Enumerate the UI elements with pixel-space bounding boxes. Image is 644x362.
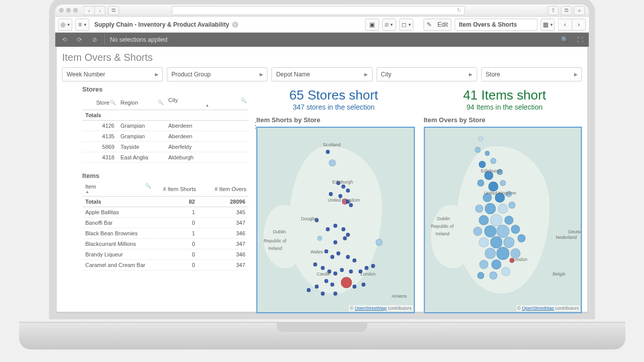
map-point[interactable]: [329, 159, 336, 166]
map-point[interactable]: [484, 171, 493, 180]
col-item[interactable]: Item: [86, 184, 96, 190]
kpi-stores-short[interactable]: 65 Stores short 347 stores in the select…: [259, 87, 410, 111]
sheets-button[interactable]: ▦▾: [541, 19, 555, 31]
map-point[interactable]: [489, 182, 499, 192]
map-point[interactable]: [313, 262, 317, 266]
map-point[interactable]: [349, 269, 353, 274]
new-tab-button[interactable]: +: [574, 6, 585, 15]
map-point[interactable]: [510, 258, 515, 263]
table-row[interactable]: Caramel and Cream Bar0347: [83, 260, 249, 270]
map-point[interactable]: [501, 267, 510, 276]
map-point[interactable]: [484, 225, 496, 237]
col-store[interactable]: Store: [96, 100, 109, 106]
map-point[interactable]: [504, 237, 515, 248]
edit-button[interactable]: ✎ Edit: [423, 19, 451, 31]
map-point[interactable]: [496, 225, 509, 238]
map-point[interactable]: [490, 272, 498, 280]
map-point[interactable]: [473, 227, 482, 236]
filter-product-group[interactable]: Product Group▶: [167, 67, 268, 81]
map-point[interactable]: [337, 181, 341, 185]
map-point[interactable]: [500, 180, 506, 186]
back-button[interactable]: ‹: [84, 6, 95, 15]
map-point[interactable]: [505, 216, 514, 225]
map-point[interactable]: [491, 158, 497, 164]
map-point[interactable]: [341, 185, 345, 189]
map-point[interactable]: [477, 272, 485, 279]
col-overs[interactable]: # Item Overs: [215, 186, 247, 192]
search-icon[interactable]: 🔍: [240, 98, 247, 103]
map-point[interactable]: [485, 151, 490, 156]
map-point[interactable]: [358, 269, 362, 274]
items-table[interactable]: Item▲🔍 # Item Shorts # Item Overs Totals…: [83, 182, 249, 270]
map-point[interactable]: [307, 288, 311, 292]
map-point[interactable]: [479, 237, 489, 247]
address-bar[interactable]: ↻: [172, 6, 465, 15]
map-point[interactable]: [496, 247, 509, 260]
search-icon[interactable]: 🔍: [110, 100, 116, 105]
map-point[interactable]: [314, 218, 318, 222]
map-point[interactable]: [479, 260, 489, 269]
map-point[interactable]: [492, 259, 502, 269]
map-point[interactable]: [334, 240, 338, 244]
map-point[interactable]: [352, 258, 356, 262]
map-point[interactable]: [510, 248, 520, 258]
map-point[interactable]: [317, 236, 323, 241]
col-shorts[interactable]: # Item Shorts: [163, 186, 196, 192]
map-point[interactable]: [337, 251, 341, 255]
table-row[interactable]: Apple Ballitas1345: [83, 207, 249, 218]
map-point[interactable]: [321, 292, 325, 296]
map-point[interactable]: [334, 292, 338, 296]
minimize-dot[interactable]: [66, 8, 71, 13]
filter-week-number[interactable]: Week Number▶: [62, 67, 163, 81]
map-shorts[interactable]: © OpenStreetMap contributors ScotlandEdi…: [257, 127, 415, 313]
map-point[interactable]: [334, 224, 338, 228]
map-point[interactable]: [479, 161, 486, 168]
selections-tool-icon[interactable]: ⛶: [575, 35, 585, 45]
table-row[interactable]: 5869TaysideAberfeldy: [83, 142, 249, 152]
map-point[interactable]: [329, 192, 333, 196]
search-icon[interactable]: 🔍: [560, 35, 570, 45]
map-point[interactable]: [485, 248, 496, 259]
map-point[interactable]: [343, 236, 347, 240]
kpi-items-short[interactable]: 41 Items short 94 Items in the selection: [429, 87, 580, 111]
next-sheet-button[interactable]: ›: [572, 19, 586, 31]
reload-icon[interactable]: ↻: [457, 7, 461, 14]
view-menu-button[interactable]: ≡▾: [75, 19, 90, 31]
share-button[interactable]: ⇪: [548, 6, 559, 15]
selection-fwd-icon[interactable]: ⟳: [74, 35, 85, 45]
map-point[interactable]: [326, 227, 330, 231]
close-dot[interactable]: [59, 8, 64, 13]
stores-table[interactable]: Store 🔍 Region 🔍 City▲🔍 Totals 4126Gramp…: [83, 95, 249, 163]
map-point[interactable]: [334, 272, 338, 276]
table-row[interactable]: Black Bean Brownies1346: [83, 228, 249, 239]
map-point[interactable]: [349, 203, 353, 207]
map-point[interactable]: [340, 268, 344, 272]
map-overs[interactable]: © OpenStreetMap contributors EdinburghUn…: [424, 127, 582, 313]
search-icon[interactable]: 🔍: [145, 183, 151, 189]
map-point[interactable]: [485, 203, 496, 214]
map-point[interactable]: [346, 200, 350, 204]
table-row[interactable]: 4318East AngliaAldeburgh: [83, 152, 249, 163]
map-point[interactable]: [506, 191, 512, 197]
map-point[interactable]: [495, 193, 505, 203]
map-point[interactable]: [341, 277, 352, 288]
selection-back-icon[interactable]: ⟲: [59, 35, 69, 45]
selection-clear-icon[interactable]: ⊘: [90, 35, 100, 45]
filter-store[interactable]: Store▶: [481, 67, 582, 81]
table-row[interactable]: Blackcurrant Millions0347: [83, 239, 249, 249]
tabs-button[interactable]: ⧉: [561, 6, 572, 15]
map-point[interactable]: [365, 266, 369, 270]
sheet-selector[interactable]: Item Overs & Shorts: [454, 19, 537, 31]
table-row[interactable]: 4135GrampianAberdeen: [83, 131, 249, 142]
map-point[interactable]: [511, 225, 520, 234]
prev-sheet-button[interactable]: ‹: [558, 19, 572, 31]
map-point[interactable]: [477, 179, 485, 187]
map-point[interactable]: [338, 194, 342, 198]
map-point[interactable]: [478, 136, 484, 141]
map-point[interactable]: [321, 266, 325, 270]
map-point[interactable]: [341, 227, 345, 231]
map-point[interactable]: [346, 233, 350, 237]
map-point[interactable]: [497, 169, 503, 175]
map-point[interactable]: [326, 150, 330, 154]
map-point[interactable]: [324, 279, 328, 283]
